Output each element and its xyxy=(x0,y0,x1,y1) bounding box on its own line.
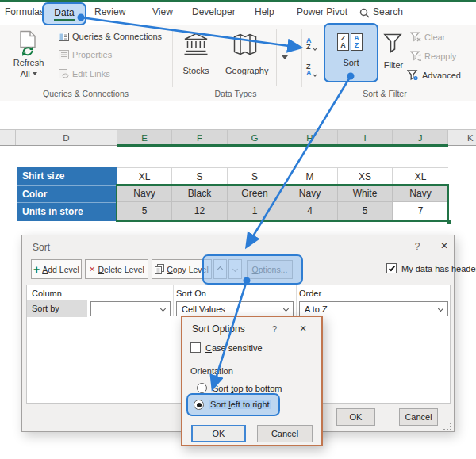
resize-grip[interactable] xyxy=(443,423,451,430)
sort-options-ok-button[interactable]: OK xyxy=(191,425,246,442)
sort-button-annotation-highlight: ZA AZ Sort xyxy=(324,23,378,82)
cell[interactable]: XL xyxy=(117,168,172,185)
cell[interactable]: 5 xyxy=(338,202,393,220)
add-level-button[interactable]: + Add Level xyxy=(31,259,82,279)
cell[interactable]: 5 xyxy=(117,202,172,220)
gallery-more-icon xyxy=(282,55,288,59)
orientation-label: Orientation xyxy=(190,366,233,376)
help-button[interactable]: ? xyxy=(268,324,281,334)
tab-data-annotation-highlight: Data xyxy=(42,2,86,25)
table-row-units: 5 12 1 4 5 7 xyxy=(117,202,448,220)
column-header-h[interactable]: H xyxy=(282,130,338,145)
tab-data[interactable]: Data xyxy=(54,7,74,21)
column-header-partial[interactable] xyxy=(0,130,16,145)
cell[interactable]: S xyxy=(228,168,282,185)
chevron-down-icon xyxy=(438,306,443,312)
row-label-units[interactable]: Units in store xyxy=(17,203,117,221)
move-down-button[interactable] xyxy=(228,259,242,279)
sort-left-to-right-label[interactable]: Sort left to right xyxy=(209,400,271,409)
help-button[interactable]: ? xyxy=(409,241,425,252)
sort-left-to-right-radio[interactable] xyxy=(194,400,204,410)
column-header-f[interactable]: F xyxy=(172,130,228,145)
chevron-up-icon xyxy=(217,266,223,272)
table-row-colors: Navy Black Green Navy White Navy xyxy=(117,185,448,202)
sort-top-to-bottom-radio[interactable] xyxy=(197,383,207,393)
cell[interactable]: M xyxy=(282,168,338,185)
close-button[interactable]: ✕ xyxy=(436,240,452,251)
my-data-has-headers-checkbox[interactable] xyxy=(386,263,397,273)
cell[interactable]: 4 xyxy=(282,202,338,220)
options-button[interactable]: Options... xyxy=(247,260,293,279)
selected-columns-underline xyxy=(117,144,448,147)
cell[interactable]: Black xyxy=(172,185,228,201)
column-header-e[interactable]: E xyxy=(117,130,172,145)
row-label-color[interactable]: Color xyxy=(17,186,117,204)
move-up-button[interactable] xyxy=(213,259,227,279)
advanced-filter-button[interactable]: Advanced xyxy=(407,70,461,81)
sort-button[interactable]: ZA AZ Sort xyxy=(325,25,377,81)
tab-formulas[interactable]: Formulas xyxy=(5,6,44,17)
tab-help[interactable]: Help xyxy=(255,6,274,17)
fill-handle[interactable] xyxy=(447,220,451,224)
cell[interactable]: White xyxy=(338,185,393,201)
cell[interactable]: Green xyxy=(228,185,282,201)
refresh-all-dropdown[interactable]: All xyxy=(8,69,49,78)
column-header-i[interactable]: I xyxy=(338,130,393,145)
refresh-all-button[interactable]: Refresh xyxy=(8,58,49,67)
column-header-k[interactable]: K xyxy=(448,130,476,145)
cell[interactable]: XL xyxy=(393,168,448,185)
data-types-gallery-more[interactable] xyxy=(276,29,292,86)
clear-filter-icon xyxy=(410,32,421,42)
stocks-icon xyxy=(182,32,209,60)
sort-top-to-bottom-label[interactable]: Sort top to bottom xyxy=(213,384,282,393)
case-sensitive-label[interactable]: Case sensitive xyxy=(205,343,263,353)
cell[interactable]: Navy xyxy=(282,185,338,201)
order-select[interactable]: A to Z xyxy=(299,301,448,316)
search-icon xyxy=(359,7,370,21)
chevron-down-icon xyxy=(283,306,289,312)
section-divider xyxy=(296,285,297,316)
filter-icon xyxy=(382,33,403,57)
sort-options-cancel-button[interactable]: Cancel xyxy=(257,425,313,442)
sort-descending-button[interactable]: ZA xyxy=(306,63,317,76)
sort-options-dialog: Sort Options ? ✕ Case sensitive Orientat… xyxy=(181,316,323,446)
cell[interactable]: 12 xyxy=(172,202,228,220)
geography-icon xyxy=(232,32,259,60)
close-button[interactable]: ✕ xyxy=(297,323,309,334)
properties-icon xyxy=(59,50,69,59)
cell[interactable]: S xyxy=(172,168,228,185)
cell[interactable]: 1 xyxy=(228,202,282,220)
search-box[interactable]: Search xyxy=(373,6,403,17)
sort-ok-button[interactable]: OK xyxy=(336,408,375,426)
tab-review[interactable]: Review xyxy=(94,6,125,17)
geography-button[interactable]: Geography xyxy=(225,66,265,75)
delete-level-button[interactable]: ✕ Delete Level xyxy=(85,259,148,279)
case-sensitive-checkbox[interactable] xyxy=(190,342,201,353)
ribbon: Refresh All Queries & Connections Proper… xyxy=(0,25,476,101)
cell[interactable]: Navy xyxy=(117,185,172,201)
cell[interactable]: XS xyxy=(338,168,393,185)
chevron-down-icon xyxy=(232,266,238,272)
sort-cancel-button[interactable]: Cancel xyxy=(399,408,438,426)
column-header-g[interactable]: G xyxy=(228,130,282,145)
clear-filter-button: Clear xyxy=(410,32,445,42)
column-section-header: Column xyxy=(32,289,62,298)
tab-view[interactable]: View xyxy=(152,6,173,17)
sort-by-column-select[interactable] xyxy=(90,301,171,316)
cell[interactable]: Navy xyxy=(393,185,448,201)
my-data-has-headers-label[interactable]: My data has headers xyxy=(401,264,476,273)
row-label-shirt-size[interactable]: Shirt size xyxy=(17,167,117,186)
stocks-button[interactable]: Stocks xyxy=(179,66,213,75)
sort-ascending-button[interactable]: AZ xyxy=(306,37,317,50)
queries-connections-button[interactable]: Queries & Connections xyxy=(59,32,162,41)
column-header-d[interactable]: D xyxy=(16,130,117,145)
edit-links-button: Edit Links xyxy=(59,69,110,78)
tab-developer[interactable]: Developer xyxy=(192,6,236,17)
copy-level-button[interactable]: Copy Level xyxy=(152,259,212,279)
filter-button[interactable]: Filter xyxy=(379,60,408,70)
sort-on-select[interactable]: Cell Values xyxy=(176,301,294,316)
check-icon xyxy=(389,265,395,272)
column-header-j[interactable]: J xyxy=(393,130,448,145)
active-cell[interactable]: 7 xyxy=(393,202,448,220)
tab-power-pivot[interactable]: Power Pivot xyxy=(297,6,347,17)
